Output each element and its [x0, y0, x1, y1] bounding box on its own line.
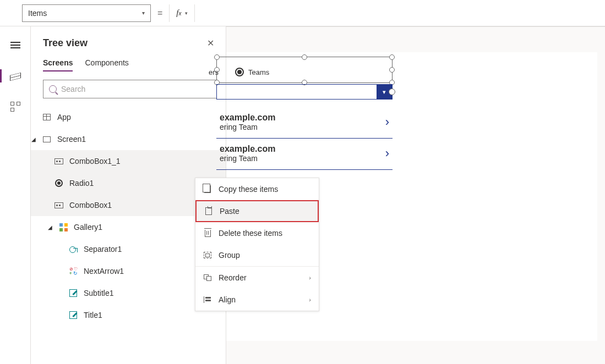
ctx-delete[interactable]: Delete these items: [195, 222, 319, 244]
radio-dot-icon: [235, 68, 244, 76]
tree-label: App: [57, 113, 71, 122]
align-icon: [204, 296, 211, 303]
chevron-down-icon: ▾: [185, 10, 188, 16]
formula-bar: Items ▾ = fx ▾: [0, 0, 605, 26]
chevron-down-icon: ▾: [383, 89, 386, 96]
ctx-group[interactable]: Group: [195, 244, 319, 266]
ctx-label: Copy these items: [219, 185, 278, 194]
copy-icon: [204, 185, 211, 193]
ctx-label: Delete these items: [219, 229, 282, 238]
resize-handle[interactable]: [389, 67, 395, 73]
chevron-right-icon[interactable]: ›: [385, 146, 389, 161]
selection-outline-combobox[interactable]: ▾: [216, 84, 393, 100]
gallery-subtitle: ering Team: [220, 154, 275, 163]
fx-button[interactable]: fx ▾: [169, 4, 194, 22]
reorder-icon: [204, 274, 211, 281]
chevron-right-icon: ›: [309, 274, 311, 281]
label-icon: [69, 289, 77, 297]
combobox-icon: [54, 158, 63, 164]
screen-icon: [43, 136, 51, 142]
caret-icon[interactable]: ◢: [31, 136, 36, 142]
resize-handle[interactable]: [214, 54, 220, 60]
nextarrow-icon: ⊘♡+↻: [69, 267, 78, 275]
gallery-item[interactable]: example.com ering Team ›: [216, 139, 393, 170]
tree-view-title: Tree view: [43, 37, 88, 49]
chevron-right-icon[interactable]: ›: [385, 115, 389, 129]
property-select-value: Items: [28, 9, 47, 18]
tree-label: Subtitle1: [84, 289, 113, 297]
ctx-label: Paste: [220, 207, 239, 216]
resize-handle[interactable]: [302, 54, 307, 60]
tree-node-combobox1-1[interactable]: ComboBox1_1: [31, 150, 226, 172]
ctx-label: Align: [219, 295, 236, 304]
tree-label: Separator1: [84, 245, 122, 253]
tree-node-app[interactable]: App: [31, 106, 226, 128]
radio-option-2[interactable]: Teams: [235, 68, 269, 76]
search-input[interactable]: Search: [43, 80, 217, 98]
ctx-reorder[interactable]: Reorder ›: [195, 267, 319, 289]
gallery-control[interactable]: example.com ering Team › example.com eri…: [216, 107, 393, 170]
ctx-label: Reorder: [219, 273, 247, 282]
radio-option-1[interactable]: ers: [209, 68, 219, 76]
tab-screens[interactable]: Screens: [43, 58, 73, 71]
gallery-subtitle: ering Team: [220, 123, 275, 131]
tab-components[interactable]: Components: [85, 58, 128, 71]
tree-label: ComboBox1: [69, 201, 112, 209]
close-button[interactable]: ✕: [204, 36, 217, 49]
formula-input[interactable]: [195, 4, 605, 22]
chevron-right-icon: ›: [309, 296, 311, 303]
tree-tabs: Screens Components: [43, 58, 217, 72]
app-icon: [43, 114, 51, 120]
ctx-align[interactable]: Align ›: [195, 289, 319, 311]
gallery-item[interactable]: example.com ering Team ›: [216, 107, 393, 139]
tree-view-rail-button[interactable]: [4, 67, 26, 85]
ctx-label: Group: [219, 251, 240, 260]
ctx-copy[interactable]: Copy these items: [195, 178, 319, 200]
tree-node-screen1[interactable]: ◢ Screen1: [31, 128, 226, 150]
ctx-paste[interactable]: Paste: [195, 200, 319, 222]
layers-icon: [10, 71, 21, 80]
hamburger-icon: [10, 42, 20, 48]
combobox-icon: [54, 202, 63, 208]
caret-icon[interactable]: ◢: [47, 224, 53, 230]
paste-icon: [205, 207, 212, 215]
tree-label: Title1: [84, 311, 102, 319]
insert-rail-button[interactable]: [4, 98, 26, 115]
search-icon: [49, 85, 57, 93]
chevron-down-icon: ▾: [142, 10, 145, 16]
tree-label: Gallery1: [74, 223, 102, 231]
gallery-title: example.com: [220, 144, 275, 154]
search-placeholder: Search: [61, 85, 85, 93]
property-select[interactable]: Items ▾: [22, 4, 151, 22]
close-icon: ✕: [207, 38, 214, 48]
left-rail: [0, 26, 31, 364]
tree-list: App ◢ Screen1 ComboBox1_1 Radio1 ComboBo…: [43, 106, 217, 326]
resize-handle[interactable]: [389, 89, 395, 95]
radio-label: Teams: [248, 68, 269, 76]
gallery-icon: [59, 223, 68, 231]
apps-icon: [10, 102, 20, 112]
label-icon: [69, 311, 77, 319]
trash-icon: [205, 230, 211, 237]
context-menu: Copy these items Paste Delete these item…: [195, 178, 319, 311]
tree-label: ComboBox1_1: [69, 157, 121, 166]
group-icon: [204, 252, 211, 258]
resize-handle[interactable]: [389, 54, 395, 60]
fx-icon: fx: [176, 8, 181, 18]
tree-label: Screen1: [57, 135, 86, 144]
radio-label: ers: [209, 68, 219, 76]
hamburger-button[interactable]: [4, 36, 26, 54]
gallery-title: example.com: [220, 113, 275, 123]
radio-icon: [55, 179, 63, 187]
radio-control[interactable]: ers Teams: [223, 68, 269, 76]
separator-icon: [69, 246, 78, 252]
equals-sign: =: [157, 8, 162, 18]
tree-label: Radio1: [69, 179, 94, 187]
tree-label: NextArrow1: [84, 267, 124, 275]
